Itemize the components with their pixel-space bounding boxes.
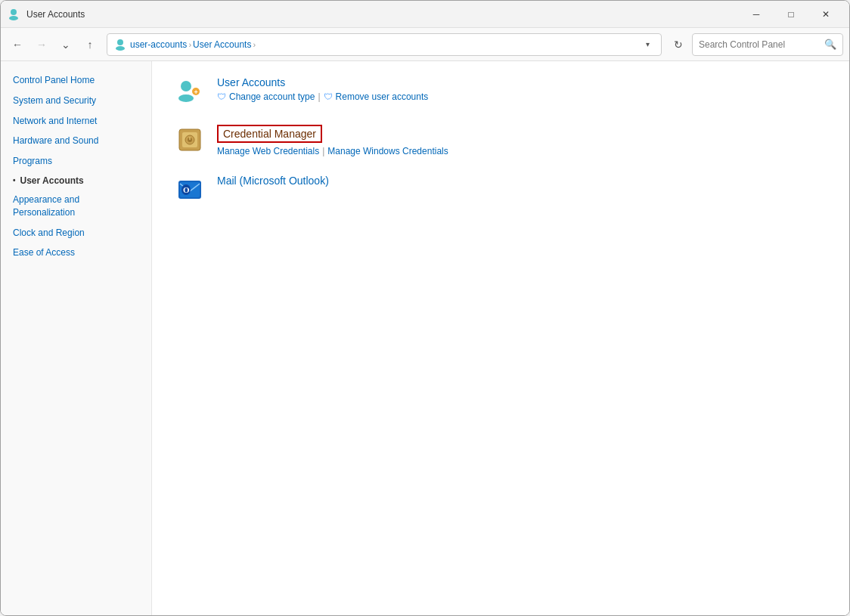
address-parts: user-accounts › User Accounts › — [130, 39, 637, 50]
section-mail-body: Mail (Microsoft Outlook) — [217, 175, 827, 187]
svg-point-3 — [116, 46, 125, 51]
address-bar: user-accounts › User Accounts › ▾ — [107, 33, 662, 56]
user-accounts-section-icon: + — [175, 76, 205, 107]
sidebar-item-label-user-accounts[interactable]: User Accounts — [20, 175, 84, 186]
main-content: + User Accounts 🛡 Change account type | … — [152, 61, 849, 615]
svg-text:O: O — [183, 185, 190, 194]
sidebar-item-hardware-and-sound[interactable]: Hardware and Sound — [1, 131, 151, 151]
remove-user-accounts-label: Remove user accounts — [336, 91, 429, 102]
address-sep-2: › — [253, 40, 256, 49]
sidebar-item-user-accounts-bullet: • User Accounts — [1, 172, 151, 190]
sidebar-item-network-and-internet[interactable]: Network and Internet — [1, 111, 151, 132]
svg-point-4 — [181, 81, 191, 91]
divider-2: | — [322, 146, 324, 156]
svg-point-5 — [178, 94, 194, 102]
section-user-accounts-title[interactable]: User Accounts — [217, 76, 827, 88]
section-user-accounts-body: User Accounts 🛡 Change account type | 🛡 … — [217, 76, 827, 102]
shield-icon-remove: 🛡 — [324, 91, 333, 102]
mail-section-icon: O — [175, 175, 205, 205]
window: User Accounts ─ □ ✕ ← → ⌄ ↑ user-account… — [0, 0, 850, 616]
content-area: Control Panel Home System and Security N… — [1, 61, 849, 615]
remove-user-accounts-link[interactable]: 🛡 Remove user accounts — [324, 91, 429, 102]
divider-1: | — [318, 91, 320, 102]
address-part-user-accounts[interactable]: User Accounts — [193, 39, 251, 50]
maximize-button[interactable]: □ — [774, 1, 808, 28]
svg-point-0 — [11, 9, 17, 15]
sidebar-item-appearance-and-personalization[interactable]: Appearance and Personalization — [1, 190, 151, 223]
sidebar: Control Panel Home System and Security N… — [1, 61, 152, 615]
up-button[interactable]: ↑ — [79, 34, 101, 55]
section-user-accounts: + User Accounts 🛡 Change account type | … — [175, 76, 827, 107]
address-user-icon — [113, 38, 127, 51]
address-dropdown-button[interactable]: ▾ — [640, 34, 655, 55]
manage-web-credentials-link[interactable]: Manage Web Credentials — [217, 146, 319, 156]
active-bullet: • — [13, 176, 16, 184]
sidebar-item-system-and-security[interactable]: System and Security — [1, 91, 151, 111]
section-credential-manager: Credential Manager Manage Web Credential… — [175, 125, 827, 156]
section-credential-manager-body: Credential Manager Manage Web Credential… — [217, 125, 827, 156]
title-bar: User Accounts ─ □ ✕ — [1, 1, 849, 28]
minimize-button[interactable]: ─ — [739, 1, 774, 28]
refresh-button[interactable]: ↻ — [668, 34, 689, 55]
search-icon: 🔍 — [824, 39, 836, 50]
manage-windows-credentials-label: Manage Windows Credentials — [327, 146, 448, 156]
section-mail: O Mail (Microsoft Outlook) — [175, 175, 827, 205]
sidebar-item-programs[interactable]: Programs — [1, 151, 151, 172]
section-user-accounts-links: 🛡 Change account type | 🛡 Remove user ac… — [217, 91, 827, 102]
manage-web-credentials-label: Manage Web Credentials — [217, 146, 319, 156]
search-box: 🔍 — [692, 33, 843, 56]
forward-button[interactable]: → — [31, 34, 52, 55]
navigation-bar: ← → ⌄ ↑ user-accounts › User Accounts › … — [1, 28, 849, 61]
sidebar-item-ease-of-access[interactable]: Ease of Access — [1, 243, 151, 263]
credential-manager-title[interactable]: Credential Manager — [217, 125, 322, 143]
credential-manager-section-icon — [175, 125, 205, 155]
recent-locations-button[interactable]: ⌄ — [55, 34, 76, 55]
section-credential-manager-links: Manage Web Credentials | Manage Windows … — [217, 146, 827, 156]
svg-text:+: + — [194, 88, 198, 96]
svg-point-2 — [117, 39, 123, 45]
manage-windows-credentials-link[interactable]: Manage Windows Credentials — [327, 146, 448, 156]
change-account-type-link[interactable]: 🛡 Change account type — [217, 91, 315, 102]
window-controls: ─ □ ✕ — [739, 1, 843, 28]
search-input[interactable] — [699, 39, 820, 50]
sidebar-item-clock-and-region[interactable]: Clock and Region — [1, 223, 151, 243]
close-button[interactable]: ✕ — [808, 1, 843, 28]
change-account-type-label: Change account type — [229, 91, 315, 102]
address-part-control-panel[interactable]: user-accounts — [130, 39, 187, 50]
shield-icon-change: 🛡 — [217, 91, 226, 102]
address-sep-1: › — [188, 40, 191, 49]
window-icon — [7, 8, 20, 21]
back-button[interactable]: ← — [7, 34, 28, 55]
svg-point-1 — [9, 16, 18, 20]
sidebar-item-control-panel-home[interactable]: Control Panel Home — [1, 70, 151, 91]
mail-title[interactable]: Mail (Microsoft Outlook) — [217, 175, 827, 187]
window-title: User Accounts — [26, 9, 739, 20]
